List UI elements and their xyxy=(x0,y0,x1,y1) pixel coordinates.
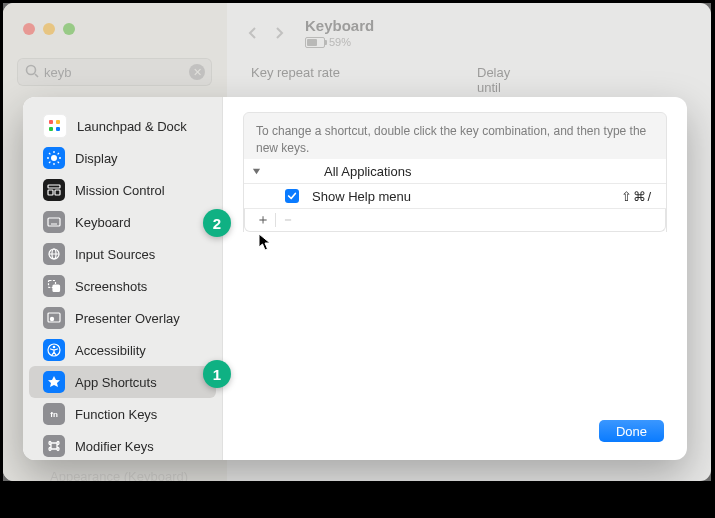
svg-rect-4 xyxy=(49,127,53,131)
sidebar-item-label: Accessibility xyxy=(75,343,146,358)
svg-line-14 xyxy=(58,153,59,154)
svg-point-26 xyxy=(50,317,54,321)
svg-rect-2 xyxy=(49,120,53,124)
input-sources-icon xyxy=(43,243,65,265)
svg-marker-31 xyxy=(259,234,270,250)
svg-rect-18 xyxy=(48,218,60,226)
shortcut-enabled-checkbox[interactable] xyxy=(285,189,299,203)
display-icon xyxy=(43,147,65,169)
svg-point-28 xyxy=(53,346,56,349)
sidebar-item-label: Mission Control xyxy=(75,183,165,198)
shortcut-key-combo[interactable]: ⇧⌘/ xyxy=(621,189,652,204)
sidebar-item-keyboard[interactable]: Keyboard xyxy=(29,206,216,238)
svg-rect-5 xyxy=(56,127,60,131)
sidebar-item-screenshots[interactable]: Screenshots xyxy=(29,270,216,302)
remove-shortcut-button[interactable]: － xyxy=(278,210,298,230)
sidebar-item-input-sources[interactable]: Input Sources xyxy=(29,238,216,270)
svg-marker-30 xyxy=(252,168,259,173)
group-label: All Applications xyxy=(324,164,666,179)
sidebar-item-app-shortcuts[interactable]: App Shortcuts xyxy=(29,366,216,398)
sidebar-item-label: Modifier Keys xyxy=(75,439,154,454)
add-shortcut-button[interactable]: ＋ xyxy=(253,210,273,230)
svg-rect-15 xyxy=(48,185,60,188)
mission-control-icon xyxy=(43,179,65,201)
modifier-keys-icon xyxy=(43,435,65,457)
sidebar-item-label: App Shortcuts xyxy=(75,375,157,390)
group-row-all-applications[interactable]: All Applications xyxy=(244,159,666,184)
sidebar-item-label: Launchpad & Dock xyxy=(77,119,187,134)
svg-point-6 xyxy=(51,155,57,161)
shortcuts-sheet: Launchpad & Dock Display Mission Control… xyxy=(23,97,687,460)
shortcuts-list: All Applications Show Help menu ⇧⌘/ ＋ － xyxy=(243,159,667,232)
shortcuts-sidebar: Launchpad & Dock Display Mission Control… xyxy=(23,97,223,460)
svg-rect-3 xyxy=(56,120,60,124)
footer-divider xyxy=(275,213,276,227)
sidebar-item-label: Function Keys xyxy=(75,407,157,422)
svg-line-11 xyxy=(49,153,50,154)
disclosure-triangle-icon[interactable] xyxy=(244,167,268,176)
list-footer: ＋ － xyxy=(244,209,666,232)
mouse-cursor-icon xyxy=(258,233,272,251)
shortcut-entry-row[interactable]: Show Help menu ⇧⌘/ xyxy=(244,184,666,209)
annotation-badge-2: 2 xyxy=(203,209,231,237)
screenshots-icon xyxy=(43,275,65,297)
function-keys-icon: fn xyxy=(43,403,65,425)
shortcut-entry-label: Show Help menu xyxy=(312,189,621,204)
sidebar-item-function-keys[interactable]: fn Function Keys xyxy=(29,398,216,430)
svg-line-12 xyxy=(58,162,59,163)
sidebar-item-label: Display xyxy=(75,151,118,166)
svg-rect-24 xyxy=(53,285,60,292)
launchpad-icon xyxy=(43,114,67,138)
sidebar-item-label: Input Sources xyxy=(75,247,155,262)
done-button[interactable]: Done xyxy=(599,420,664,442)
svg-rect-25 xyxy=(48,313,60,322)
sidebar-item-accessibility[interactable]: Accessibility xyxy=(29,334,216,366)
svg-rect-16 xyxy=(48,190,53,195)
sidebar-item-label: Screenshots xyxy=(75,279,147,294)
svg-line-13 xyxy=(49,162,50,163)
presenter-overlay-icon xyxy=(43,307,65,329)
sidebar-item-label: Keyboard xyxy=(75,215,131,230)
sidebar-item-modifier-keys[interactable]: Modifier Keys xyxy=(29,430,216,460)
sidebar-item-presenter-overlay[interactable]: Presenter Overlay xyxy=(29,302,216,334)
keyboard-icon xyxy=(43,211,65,233)
shortcuts-main: To change a shortcut, double click the k… xyxy=(223,97,687,460)
sidebar-item-mission-control[interactable]: Mission Control xyxy=(29,174,216,206)
annotation-badge-1: 1 xyxy=(203,360,231,388)
svg-rect-17 xyxy=(55,190,60,195)
sidebar-item-label: Presenter Overlay xyxy=(75,311,180,326)
app-shortcuts-icon xyxy=(43,371,65,393)
accessibility-icon xyxy=(43,339,65,361)
svg-text:fn: fn xyxy=(50,410,58,419)
sidebar-item-display[interactable]: Display xyxy=(29,142,216,174)
sidebar-item-launchpad-dock[interactable]: Launchpad & Dock xyxy=(29,110,216,142)
